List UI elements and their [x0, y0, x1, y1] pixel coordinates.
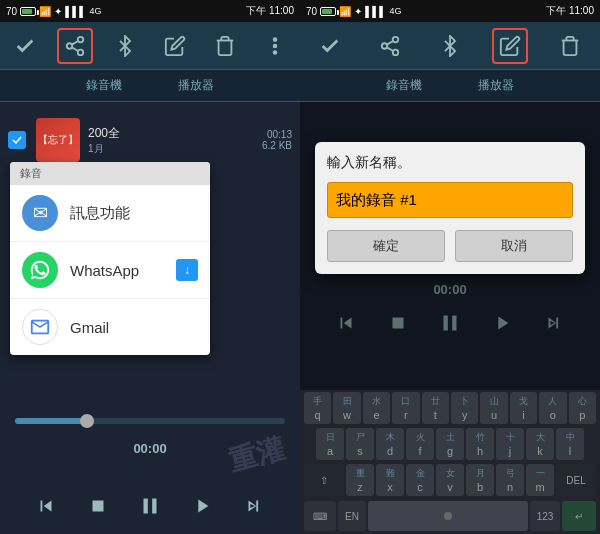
network-type: 4G [89, 6, 101, 16]
progress-container-left [0, 408, 300, 434]
record-size: 6.2 KB [262, 140, 292, 151]
check-button-right[interactable] [312, 28, 348, 64]
svg-point-2 [78, 49, 84, 54]
bluetooth-button-right[interactable] [432, 28, 468, 64]
left-panel: 70 📶 ✦ ▌▌▌ 4G 下午 11:00 [0, 0, 300, 534]
record-subtitle: 200全 [88, 125, 254, 142]
battery-icon [20, 7, 36, 16]
stop-btn-left[interactable] [80, 488, 116, 524]
share-button-left[interactable] [57, 28, 93, 64]
confirm-button[interactable]: 確定 [327, 230, 445, 262]
dialog-title: 輸入新名稱。 [327, 154, 573, 172]
message-icon: ✉ [22, 195, 58, 231]
svg-point-7 [274, 51, 277, 54]
signal-bars-right: ▌▌▌ [365, 6, 386, 17]
tab-bar-left: 錄音機 播放器 [0, 70, 300, 102]
pause-btn-left[interactable] [132, 488, 168, 524]
svg-line-13 [387, 40, 393, 44]
svg-line-12 [387, 47, 393, 51]
record-time-info: 00:13 6.2 KB [262, 129, 292, 151]
share-button-right[interactable] [372, 28, 408, 64]
record-thumbnail: 【忘了】 [36, 118, 80, 162]
status-right-time: 下午 11:00 [246, 4, 294, 18]
tab-bar-right: 錄音機 播放器 [300, 70, 600, 102]
check-button-left[interactable] [7, 28, 43, 64]
gmail-icon [22, 309, 58, 345]
svg-point-0 [78, 36, 84, 42]
playback-controls-left [0, 488, 300, 524]
next-btn-left[interactable] [236, 488, 272, 524]
svg-line-3 [72, 47, 78, 51]
record-details: 200全 1月 [88, 125, 254, 156]
menu-button-left[interactable] [257, 28, 293, 64]
toolbar-left [0, 22, 300, 70]
progress-thumb-left [80, 414, 94, 428]
trash-button-left[interactable] [207, 28, 243, 64]
svg-line-4 [72, 40, 78, 44]
record-meta: 1月 [88, 142, 254, 156]
share-item-whatsapp[interactable]: WhatsApp ↓ [10, 242, 210, 299]
trash-button-right[interactable] [552, 28, 588, 64]
share-menu: 錄音 ✉ 訊息功能 WhatsApp ↓ [10, 162, 210, 355]
pencil-button-left[interactable] [157, 28, 193, 64]
share-label-message: 訊息功能 [70, 204, 130, 223]
play-btn-left[interactable] [184, 488, 220, 524]
signal-icon: 📶 [39, 6, 51, 17]
battery-percent: 70 [6, 6, 17, 17]
watermark-left: 重灌 [225, 429, 289, 480]
time-display-left: 下午 11:00 [246, 4, 294, 18]
status-bar-left: 70 📶 ✦ ▌▌▌ 4G 下午 11:00 [0, 0, 300, 22]
rename-dialog: 輸入新名稱。 確定 取消 [315, 142, 585, 274]
bluetooth-button-left[interactable] [107, 28, 143, 64]
battery-percent-right: 70 [306, 6, 317, 17]
progress-fill-left [15, 418, 83, 424]
status-bar-right: 70 📶 ✦ ▌▌▌ 4G 下午 11:00 [300, 0, 600, 22]
share-label-whatsapp: WhatsApp [70, 262, 139, 279]
status-right-left-indicators: 70 📶 ✦ ▌▌▌ 4G [306, 6, 401, 17]
right-panel: 70 📶 ✦ ▌▌▌ 4G 下午 11:00 [300, 0, 600, 534]
share-label-gmail: Gmail [70, 319, 109, 336]
share-menu-header: 錄音 [10, 162, 210, 185]
svg-point-10 [382, 43, 388, 49]
network-type-right: 4G [389, 6, 401, 16]
prev-btn-left[interactable] [28, 488, 64, 524]
tab-player-left[interactable]: 播放器 [170, 73, 222, 98]
checkbox-icon[interactable] [8, 131, 26, 149]
share-item-message[interactable]: ✉ 訊息功能 [10, 185, 210, 242]
tab-player-right[interactable]: 播放器 [470, 73, 522, 98]
svg-point-6 [274, 44, 277, 47]
rename-input[interactable] [327, 182, 573, 218]
dialog-buttons: 確定 取消 [327, 230, 573, 262]
progress-bar-left[interactable] [15, 418, 285, 424]
pencil-button-right[interactable] [492, 28, 528, 64]
svg-rect-8 [93, 501, 104, 512]
left-content: 【忘了】 200全 1月 00:13 6.2 KB 錄音 ✉ 訊息功能 [0, 102, 300, 534]
svg-point-9 [393, 36, 399, 42]
toolbar-right [300, 22, 600, 70]
bluetooth-status: ✦ [54, 6, 62, 17]
svg-point-11 [393, 49, 399, 54]
svg-point-5 [274, 38, 277, 41]
battery-icon-right [320, 7, 336, 16]
record-duration: 00:13 [262, 129, 292, 140]
tab-recorder-right[interactable]: 錄音機 [378, 73, 430, 98]
share-item-gmail[interactable]: Gmail [10, 299, 210, 355]
signal-bars: ▌▌▌ [65, 6, 86, 17]
recording-item: 【忘了】 200全 1月 00:13 6.2 KB [0, 110, 300, 170]
status-right-time-area: 下午 11:00 [546, 4, 594, 18]
cancel-button[interactable]: 取消 [455, 230, 573, 262]
right-content: 輸入新名稱。 確定 取消 00:00 [300, 102, 600, 534]
whatsapp-download-btn[interactable]: ↓ [176, 259, 198, 281]
time-display-right: 下午 11:00 [546, 4, 594, 18]
whatsapp-icon [22, 252, 58, 288]
bluetooth-status-right: ✦ [354, 6, 362, 17]
tab-recorder-left[interactable]: 錄音機 [78, 73, 130, 98]
record-thumb-text: 【忘了】 [38, 133, 78, 147]
signal-icon-right: 📶 [339, 6, 351, 17]
status-left-indicators: 70 📶 ✦ ▌▌▌ 4G [6, 6, 101, 17]
svg-point-1 [67, 43, 73, 49]
